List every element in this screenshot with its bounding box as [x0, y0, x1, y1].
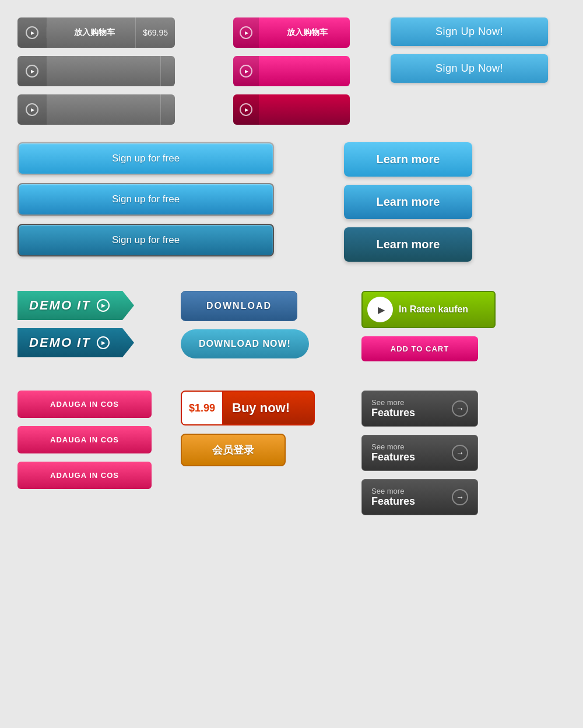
see-more-button-3[interactable]: See more Features [361, 479, 478, 515]
see-more-bottom-3: Features [371, 495, 415, 508]
see-more-text-2: See more Features [371, 442, 415, 463]
pink-cart-section: 放入购物车 [233, 17, 373, 125]
pink-play-icon-1 [233, 17, 259, 48]
cart-play-icon-1 [17, 17, 47, 48]
raten-cart-section: In Raten kaufen ADD TO CART [361, 291, 513, 361]
pink-play-circle-2 [240, 65, 252, 78]
see-more-bottom-1: Features [371, 407, 415, 419]
play-circle-2 [26, 65, 38, 78]
signup-blue-section: Sign Up Now! Sign Up Now! [391, 17, 548, 125]
signup-free-button-1[interactable]: Sign up for free [17, 142, 274, 175]
demo-play-icon-1 [97, 299, 110, 312]
cart-gray-button-1[interactable]: 放入购物车 $69.95 [17, 17, 175, 48]
see-more-arrow-3 [452, 489, 468, 505]
vip-login-button[interactable]: 会员登录 [181, 434, 286, 466]
demo-play-icon-2 [97, 336, 110, 349]
raten-text: In Raten kaufen [399, 304, 468, 315]
signup-free-button-3[interactable]: Sign up for free [17, 224, 274, 256]
cart-gray-label-1: 放入购物车 [47, 27, 135, 38]
buy-now-price: $1.99 [182, 392, 223, 424]
pink-play-circle-3 [240, 103, 252, 116]
learn-more-button-2[interactable]: Learn more [344, 185, 472, 219]
raten-play-icon [367, 297, 393, 322]
adauga-button-3[interactable]: ADAUGA IN COS [17, 462, 152, 489]
cart-play-icon-3 [17, 94, 47, 125]
play-circle-1 [26, 26, 38, 39]
in-raten-button[interactable]: In Raten kaufen [361, 291, 496, 328]
buy-vip-section: $1.99 Buy now! 会员登录 [181, 391, 344, 515]
demo-text-1: DEMO IT [29, 298, 91, 313]
download-now-button[interactable]: DOWNLOAD NOW! [181, 329, 309, 358]
signup-free-button-2[interactable]: Sign up for free [17, 183, 274, 216]
pink-play-icon-3 [233, 94, 259, 125]
see-more-top-3: See more [371, 487, 415, 495]
signup-blue-button-2[interactable]: Sign Up Now! [391, 54, 548, 83]
cart-pink-button-3[interactable] [233, 94, 350, 125]
learn-more-button-3[interactable]: Learn more [344, 227, 472, 262]
learn-more-button-1[interactable]: Learn more [344, 142, 472, 177]
adauga-button-2[interactable]: ADAUGA IN COS [17, 426, 152, 453]
demo-it-button-1[interactable]: DEMO IT [17, 291, 134, 320]
buy-now-button[interactable]: $1.99 Buy now! [181, 391, 315, 425]
cart-pink-label-1: 放入购物车 [259, 27, 350, 38]
see-more-button-1[interactable]: See more Features [361, 391, 478, 427]
cart-gray-price-3 [160, 94, 175, 125]
see-more-arrow-1 [452, 400, 468, 417]
cart-play-icon-2 [17, 56, 47, 86]
see-more-top-1: See more [371, 398, 415, 407]
buy-now-label: Buy now! [223, 400, 298, 416]
see-more-bottom-2: Features [371, 451, 415, 463]
add-to-cart-button[interactable]: ADD TO CART [361, 336, 478, 361]
see-more-text-1: See more Features [371, 398, 415, 419]
cart-gray-price-1: $69.95 [135, 17, 175, 48]
cart-gray-price-2 [160, 56, 175, 86]
see-more-text-3: See more Features [371, 487, 415, 508]
download-button-1[interactable]: DOWNLOAD [181, 291, 297, 321]
cart-pink-button-1[interactable]: 放入购物车 [233, 17, 350, 48]
learn-more-section: Learn more Learn more Learn more [344, 142, 566, 262]
pink-play-circle-1 [240, 26, 252, 39]
demo-it-button-2[interactable]: DEMO IT [17, 328, 134, 357]
pink-play-icon-2 [233, 56, 259, 86]
see-more-section: See more Features See more Features See … [361, 391, 513, 515]
cart-gray-button-3[interactable] [17, 94, 175, 125]
cart-gray-button-2[interactable] [17, 56, 175, 86]
demo-section: DEMO IT DEMO IT [17, 291, 163, 361]
adauga-button-1[interactable]: ADAUGA IN COS [17, 391, 152, 418]
cart-pink-button-2[interactable] [233, 56, 350, 86]
gray-cart-section: 放入购物车 $69.95 [17, 17, 216, 125]
signup-free-section: Sign up for free Sign up for free Sign u… [17, 142, 309, 262]
download-section: DOWNLOAD DOWNLOAD NOW! [181, 291, 344, 361]
see-more-top-2: See more [371, 442, 415, 451]
demo-text-2: DEMO IT [29, 335, 91, 350]
signup-blue-button-1[interactable]: Sign Up Now! [391, 17, 548, 46]
see-more-arrow-2 [452, 445, 468, 461]
adauga-section: ADAUGA IN COS ADAUGA IN COS ADAUGA IN CO… [17, 391, 163, 515]
see-more-button-2[interactable]: See more Features [361, 435, 478, 471]
play-circle-3 [26, 103, 38, 116]
